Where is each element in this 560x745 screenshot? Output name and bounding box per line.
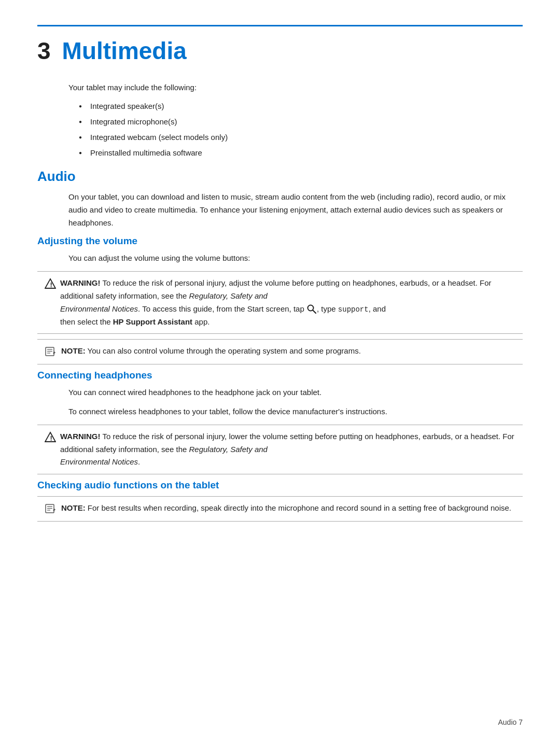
warning-italic-2: Environmental Notices (60, 304, 138, 313)
warning-label-headphones: WARNING! (60, 432, 101, 441)
warning-italic-1: Regulatory, Safety and (189, 291, 267, 300)
warning-text-3: , type (317, 304, 338, 313)
note-label-checking: NOTE: (61, 503, 86, 512)
intro-text: Your tablet may include the following: (68, 81, 523, 94)
warning-icon-headphones: ! (45, 431, 56, 444)
footer: Audio 7 (498, 718, 523, 726)
footer-page-number: 7 (519, 718, 523, 726)
chapter-number: 3 (37, 39, 51, 63)
warning-text-hp-2: . (138, 457, 140, 466)
chapter-title: Multimedia (62, 39, 187, 63)
top-rule (37, 25, 523, 26)
page: 3 Multimedia Your tablet may include the… (0, 0, 560, 745)
warning-italic-hp-1: Regulatory, Safety and (189, 445, 267, 454)
warning-label: WARNING! (60, 278, 101, 287)
warning-text-2: . To access this guide, from the Start s… (138, 304, 306, 313)
warning-box-volume: ! WARNING! To reduce the risk of persona… (37, 271, 523, 334)
warning-text-6: app. (192, 317, 209, 326)
svg-text:!: ! (50, 281, 52, 289)
footer-label: Audio (498, 718, 517, 726)
headphones-body2: To connect wireless headphones to your t… (68, 405, 523, 418)
headphones-body1: You can connect wired headphones to the … (68, 386, 523, 399)
note-label-volume: NOTE: (61, 346, 86, 355)
warning-box-headphones: ! WARNING! To reduce the risk of persona… (37, 425, 523, 474)
note-icon-checking (45, 503, 56, 516)
warning-mono: support (338, 305, 369, 314)
note-text-checking-body: For best results when recording, speak d… (88, 503, 511, 512)
audio-body: On your tablet, you can download and lis… (68, 191, 523, 229)
subsection-heading-headphones: Connecting headphones (37, 370, 523, 381)
warning-content-headphones: WARNING! To reduce the risk of personal … (60, 430, 515, 469)
subsection-checking-audio: Checking audio functions on the tablet N… (37, 480, 523, 522)
warning-text-5: then select the (60, 317, 113, 326)
warning-content-volume: WARNING! To reduce the risk of personal … (60, 277, 515, 328)
svg-text:!: ! (50, 434, 52, 442)
warning-text-1: To reduce the risk of personal injury, a… (60, 278, 492, 300)
subsection-heading-volume: Adjusting the volume (37, 235, 523, 247)
warning-text-hp-1: To reduce the risk of personal injury, l… (60, 432, 514, 454)
chapter-heading: 3 Multimedia (37, 39, 523, 63)
list-item: Integrated microphone(s) (79, 116, 523, 128)
volume-body: You can adjust the volume using the volu… (68, 252, 523, 265)
list-item: Preinstalled multimedia software (79, 147, 523, 159)
note-box-checking: NOTE: For best results when recording, s… (37, 496, 523, 522)
subsection-connecting-headphones: Connecting headphones You can connect wi… (37, 370, 523, 474)
note-icon-volume (45, 346, 56, 359)
svg-line-3 (313, 310, 316, 313)
note-box-volume: NOTE: You can also control volume throug… (37, 339, 523, 364)
note-content-checking: NOTE: For best results when recording, s… (61, 502, 511, 515)
note-content-volume: NOTE: You can also control volume throug… (61, 345, 361, 358)
warning-italic-hp-2: Environmental Notices (60, 457, 138, 466)
list-item: Integrated webcam (select models only) (79, 131, 523, 144)
warning-icon: ! (45, 278, 56, 291)
bullet-list: Integrated speaker(s) Integrated microph… (79, 100, 523, 159)
search-icon (306, 304, 317, 314)
subsection-adjusting-volume: Adjusting the volume You can adjust the … (37, 235, 523, 364)
section-heading-audio: Audio (37, 168, 523, 185)
warning-bold: HP Support Assistant (113, 317, 192, 326)
subsection-heading-checking: Checking audio functions on the tablet (37, 480, 523, 491)
warning-text-4: , and (369, 304, 386, 313)
note-text-volume-body: You can also control volume through the … (88, 346, 361, 355)
list-item: Integrated speaker(s) (79, 100, 523, 113)
